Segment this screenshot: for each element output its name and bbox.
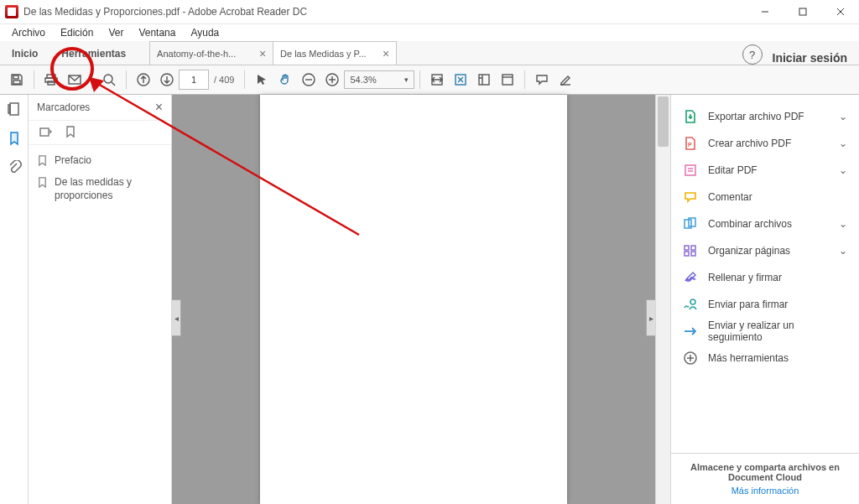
task-label: Enviar para firmar — [708, 299, 788, 310]
workspace: Marcadores × Prefacio De las medidas y p… — [0, 95, 859, 504]
document-tab-2[interactable]: De las Medidas y P... × — [273, 41, 397, 65]
chevron-down-icon: ▾ — [404, 75, 409, 84]
close-button[interactable] — [821, 0, 859, 23]
tab-herramientas[interactable]: Herramientas — [49, 43, 138, 65]
fit-width-button[interactable] — [425, 68, 449, 91]
titlebar: De las Medidas y Proporciones.pdf - Adob… — [0, 0, 859, 24]
help-button[interactable]: ? — [742, 44, 763, 65]
tab-row: Inicio Herramientas Anatomy-of-the-h... … — [0, 41, 859, 65]
task-comment[interactable]: Comentar — [671, 184, 859, 210]
svg-rect-4 — [13, 75, 18, 79]
svg-rect-36 — [685, 252, 689, 256]
document-tab-1-label: Anatomy-of-the-h... — [157, 49, 236, 59]
hand-tool[interactable] — [273, 68, 297, 91]
zoom-select[interactable]: 54.3% ▾ — [344, 70, 414, 89]
comment-tool[interactable] — [530, 68, 554, 91]
menu-ver[interactable]: Ver — [102, 25, 130, 40]
bookmark-options-button[interactable] — [39, 125, 52, 141]
close-icon[interactable]: × — [383, 47, 389, 60]
bookmark-label: De las medidas y proporciones — [55, 175, 163, 202]
zoom-in-button[interactable] — [320, 68, 344, 91]
promo-link[interactable]: Más información — [681, 486, 849, 496]
create-icon: P — [683, 136, 698, 151]
menubar: Archivo Edición Ver Ventana Ayuda — [0, 24, 859, 41]
svg-text:P: P — [688, 142, 692, 148]
chevron-down-icon: ⌄ — [839, 245, 847, 257]
task-label: Más herramientas — [708, 352, 789, 364]
comment-icon — [683, 190, 698, 205]
bookmarks-button[interactable] — [7, 131, 22, 148]
close-panel-button[interactable]: × — [155, 100, 163, 115]
svg-rect-21 — [479, 75, 489, 85]
prev-page-button[interactable] — [132, 68, 155, 91]
svg-rect-27 — [40, 128, 49, 136]
document-tab-1[interactable]: Anatomy-of-the-h... × — [149, 41, 273, 65]
bookmarks-panel: Marcadores × Prefacio De las medidas y p… — [29, 95, 172, 504]
bookmark-item[interactable]: De las medidas y proporciones — [37, 175, 163, 202]
highlight-tool[interactable] — [554, 68, 577, 91]
chevron-down-icon: ⌄ — [839, 218, 847, 230]
svg-line-11 — [112, 82, 115, 86]
cloud-promo: Almacene y comparta archivos en Document… — [671, 453, 859, 504]
view-mode-button[interactable] — [496, 68, 519, 91]
scrollbar-thumb[interactable] — [658, 96, 669, 147]
next-page-button[interactable] — [155, 68, 179, 91]
svg-rect-37 — [691, 252, 695, 256]
collapse-right-handle[interactable]: ▸ — [646, 299, 655, 336]
select-tool[interactable] — [250, 68, 273, 91]
toolbar: / 409 54.3% ▾ — [0, 65, 859, 95]
task-combine[interactable]: Combinar archivos⌄ — [671, 210, 859, 237]
tab-inicio[interactable]: Inicio — [0, 43, 49, 65]
task-more[interactable]: Más herramientas — [671, 345, 859, 372]
document-viewport[interactable]: ◂ ▸ — [172, 95, 655, 504]
svg-rect-26 — [8, 105, 10, 113]
attachments-button[interactable] — [7, 160, 22, 178]
minimize-button[interactable] — [746, 0, 784, 23]
menu-archivo[interactable]: Archivo — [5, 25, 52, 40]
task-sign[interactable]: Rellenar y firmar — [671, 264, 859, 291]
bookmark-item[interactable]: Prefacio — [37, 153, 163, 167]
task-create[interactable]: PCrear archivo PDF⌄ — [671, 130, 859, 157]
mail-button[interactable] — [63, 68, 86, 91]
menu-edicion[interactable]: Edición — [54, 25, 100, 40]
svg-rect-29 — [685, 165, 695, 175]
svg-rect-5 — [13, 81, 20, 84]
task-label: Comentar — [708, 191, 752, 203]
zoom-out-button[interactable] — [297, 68, 320, 91]
menu-ayuda[interactable]: Ayuda — [184, 25, 226, 40]
combine-icon — [683, 216, 698, 231]
task-track[interactable]: Enviar y realizar un seguimiento — [671, 318, 859, 345]
send-sign-icon — [683, 297, 698, 312]
window-title: De las Medidas y Proporciones.pdf - Adob… — [23, 6, 746, 18]
save-button[interactable] — [5, 68, 29, 91]
new-bookmark-button[interactable] — [64, 125, 77, 141]
svg-rect-25 — [10, 103, 18, 115]
vertical-scrollbar[interactable] — [655, 95, 670, 504]
maximize-button[interactable] — [784, 0, 821, 23]
task-organize[interactable]: Organizar páginas⌄ — [671, 237, 859, 264]
promo-title: Almacene y comparta archivos en Document… — [681, 462, 849, 482]
app-icon — [5, 5, 18, 18]
close-icon[interactable]: × — [259, 47, 266, 60]
task-edit[interactable]: Editar PDF⌄ — [671, 157, 859, 184]
task-label: Crear archivo PDF — [708, 138, 791, 149]
collapse-left-handle[interactable]: ◂ — [172, 299, 181, 336]
print-button[interactable] — [39, 68, 63, 91]
fit-page-button[interactable] — [449, 68, 472, 91]
signin-link[interactable]: Iniciar sesión — [773, 51, 847, 65]
page-number-input[interactable] — [179, 70, 209, 90]
task-export[interactable]: Exportar archivo PDF⌄ — [671, 103, 859, 130]
task-label: Rellenar y firmar — [708, 272, 782, 283]
thumbnails-button[interactable] — [7, 101, 22, 119]
read-mode-button[interactable] — [472, 68, 496, 91]
bookmark-label: Prefacio — [55, 153, 91, 167]
document-tab-2-label: De las Medidas y P... — [280, 49, 367, 59]
svg-rect-8 — [48, 81, 55, 85]
svg-rect-1 — [799, 8, 806, 15]
task-send-sign[interactable]: Enviar para firmar — [671, 291, 859, 318]
chevron-down-icon: ⌄ — [839, 138, 847, 149]
menu-ventana[interactable]: Ventana — [132, 25, 182, 40]
track-icon — [683, 324, 698, 339]
svg-rect-22 — [502, 75, 513, 85]
search-button[interactable] — [97, 68, 121, 91]
